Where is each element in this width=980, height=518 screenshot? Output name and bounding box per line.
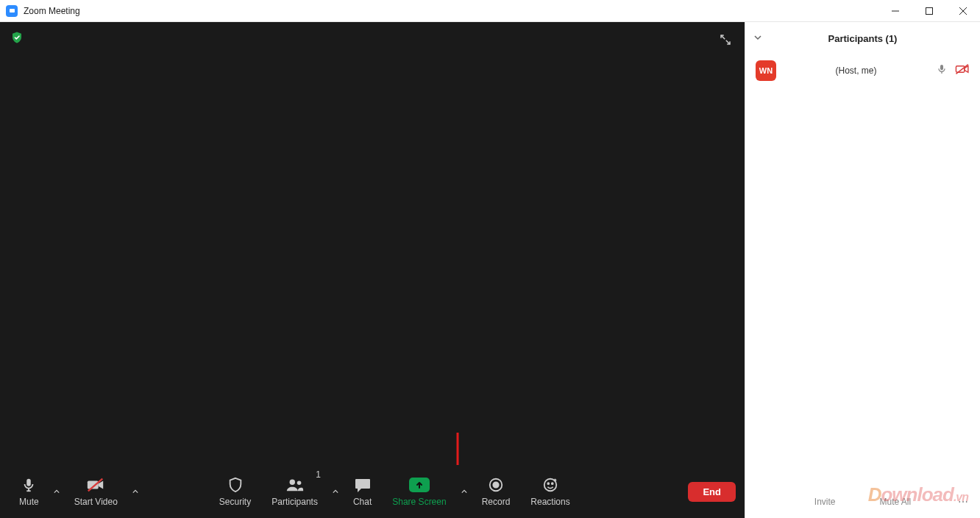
chat-label: Chat xyxy=(353,497,372,507)
svg-rect-1 xyxy=(926,7,933,14)
share-screen-label: Share Screen xyxy=(392,497,446,507)
record-button[interactable]: Record xyxy=(472,465,521,518)
video-off-icon xyxy=(86,476,105,494)
chat-icon xyxy=(354,476,372,494)
svg-point-17 xyxy=(552,483,553,484)
video-area: Mute Start Video xyxy=(0,22,745,518)
participants-panel-header: Participants (1) xyxy=(745,22,980,54)
participants-options-caret[interactable] xyxy=(328,465,343,518)
participant-video-off-icon xyxy=(955,63,970,78)
svg-point-11 xyxy=(289,480,294,485)
window-title: Zoom Meeting xyxy=(24,6,80,16)
participant-mic-icon xyxy=(936,63,948,78)
svg-rect-20 xyxy=(940,65,943,70)
shield-icon xyxy=(227,476,244,494)
participants-count-badge: 1 xyxy=(316,469,321,480)
start-video-label: Start Video xyxy=(74,497,118,507)
reactions-label: Reactions xyxy=(530,497,569,507)
start-video-button[interactable]: Start Video xyxy=(64,465,128,518)
participants-label: Participants xyxy=(271,497,318,507)
record-label: Record xyxy=(482,497,511,507)
participant-label: (Host, me) xyxy=(784,65,928,76)
share-options-caret[interactable] xyxy=(457,465,472,518)
share-screen-button[interactable]: Share Screen xyxy=(382,465,456,518)
encryption-shield-icon[interactable] xyxy=(9,29,25,46)
mute-button[interactable]: Mute xyxy=(9,465,49,518)
zoom-app-icon xyxy=(6,5,18,17)
security-button[interactable]: Security xyxy=(209,465,261,518)
participants-button[interactable]: Participants 1 xyxy=(261,465,328,518)
svg-rect-22 xyxy=(956,66,964,73)
participants-icon xyxy=(285,476,305,494)
avatar: WN xyxy=(756,60,776,81)
mute-options-caret[interactable] xyxy=(49,465,64,518)
participants-panel: Participants (1) WN (Host, me) Invite Mu… xyxy=(745,22,980,518)
panel-more-button[interactable]: ⋯ xyxy=(958,496,968,508)
svg-point-12 xyxy=(297,480,301,485)
record-icon xyxy=(488,476,504,494)
mute-label: Mute xyxy=(19,497,39,507)
reactions-button[interactable]: Reactions xyxy=(520,465,580,518)
close-button[interactable] xyxy=(946,0,980,21)
share-screen-icon xyxy=(409,478,430,492)
svg-point-14 xyxy=(493,482,498,487)
participant-row[interactable]: WN (Host, me) xyxy=(745,54,980,87)
svg-point-16 xyxy=(547,483,549,484)
svg-rect-6 xyxy=(27,479,32,486)
fullscreen-icon[interactable] xyxy=(715,29,736,50)
microphone-icon xyxy=(21,476,37,494)
end-meeting-button[interactable]: End xyxy=(688,482,736,502)
mute-all-button[interactable]: Mute All xyxy=(880,497,912,507)
minimize-button[interactable] xyxy=(878,0,912,21)
meeting-toolbar: Mute Start Video xyxy=(0,465,745,518)
chat-button[interactable]: Chat xyxy=(343,465,382,518)
window-titlebar: Zoom Meeting xyxy=(0,0,980,22)
video-options-caret[interactable] xyxy=(128,465,143,518)
reactions-icon xyxy=(542,476,558,494)
participants-panel-title: Participants (1) xyxy=(828,33,898,44)
security-label: Security xyxy=(219,497,251,507)
participants-panel-footer: Invite Mute All ⋯ xyxy=(745,486,980,518)
panel-collapse-caret[interactable] xyxy=(754,33,761,43)
invite-button[interactable]: Invite xyxy=(814,497,836,507)
maximize-button[interactable] xyxy=(912,0,946,21)
